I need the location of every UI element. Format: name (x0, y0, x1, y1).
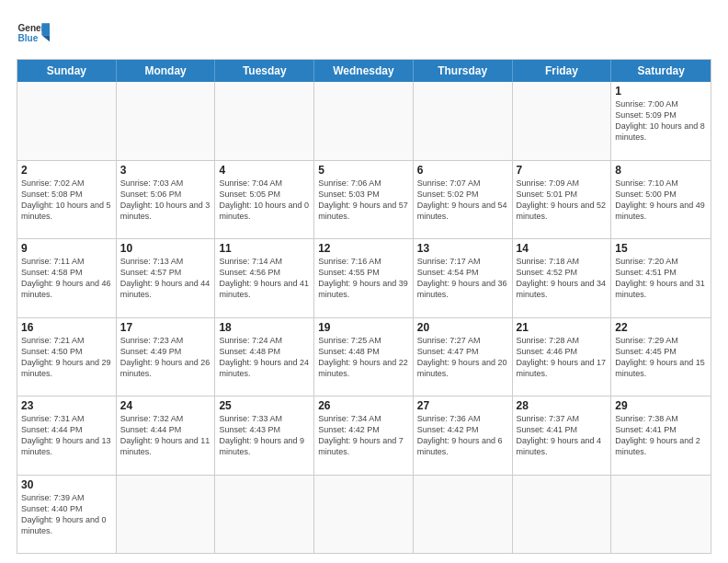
day-number: 13 (417, 242, 508, 255)
day-number: 12 (318, 242, 409, 255)
day-number: 30 (21, 478, 112, 491)
day-number: 3 (120, 164, 211, 177)
calendar-day-empty (117, 476, 216, 554)
calendar-day-empty (17, 82, 117, 160)
day-info: Sunrise: 7:23 AM Sunset: 4:49 PM Dayligh… (120, 335, 211, 380)
weekday-header-wednesday: Wednesday (314, 60, 414, 82)
day-number: 17 (120, 321, 211, 334)
day-info: Sunrise: 7:17 AM Sunset: 4:54 PM Dayligh… (417, 256, 508, 301)
header: General Blue (17, 17, 711, 50)
day-info: Sunrise: 7:16 AM Sunset: 4:55 PM Dayligh… (318, 256, 409, 301)
day-number: 11 (219, 242, 310, 255)
calendar-day-21: 21Sunrise: 7:28 AM Sunset: 4:46 PM Dayli… (513, 318, 612, 396)
day-info: Sunrise: 7:21 AM Sunset: 4:50 PM Dayligh… (21, 335, 112, 380)
day-number: 29 (615, 399, 707, 412)
calendar-day-empty (414, 476, 513, 554)
calendar-day-empty (215, 82, 314, 160)
day-info: Sunrise: 7:38 AM Sunset: 4:41 PM Dayligh… (615, 413, 707, 458)
weekday-header-sunday: Sunday (17, 60, 117, 82)
calendar-day-18: 18Sunrise: 7:24 AM Sunset: 4:48 PM Dayli… (215, 318, 314, 396)
day-info: Sunrise: 7:11 AM Sunset: 4:58 PM Dayligh… (21, 256, 112, 301)
day-number: 25 (219, 399, 310, 412)
calendar-day-23: 23Sunrise: 7:31 AM Sunset: 4:44 PM Dayli… (17, 396, 117, 475)
calendar-header: SundayMondayTuesdayWednesdayThursdayFrid… (17, 60, 711, 82)
day-info: Sunrise: 7:29 AM Sunset: 4:45 PM Dayligh… (615, 335, 707, 380)
calendar-row-2: 2Sunrise: 7:02 AM Sunset: 5:08 PM Daylig… (17, 161, 711, 240)
day-info: Sunrise: 7:00 AM Sunset: 5:09 PM Dayligh… (615, 98, 707, 144)
calendar-day-8: 8Sunrise: 7:10 AM Sunset: 5:00 PM Daylig… (611, 161, 711, 239)
calendar-day-empty (314, 476, 414, 554)
day-number: 6 (417, 164, 508, 177)
calendar-day-empty (414, 82, 513, 160)
calendar-day-empty (611, 476, 711, 554)
calendar-day-12: 12Sunrise: 7:16 AM Sunset: 4:55 PM Dayli… (314, 239, 414, 317)
day-number: 7 (517, 164, 608, 177)
calendar-day-3: 3Sunrise: 7:03 AM Sunset: 5:06 PM Daylig… (117, 161, 216, 239)
calendar-day-10: 10Sunrise: 7:13 AM Sunset: 4:57 PM Dayli… (117, 239, 216, 317)
calendar-row-1: 1Sunrise: 7:00 AM Sunset: 5:09 PM Daylig… (17, 82, 711, 161)
day-info: Sunrise: 7:13 AM Sunset: 4:57 PM Dayligh… (120, 256, 211, 301)
calendar-day-empty (215, 476, 314, 554)
calendar-row-6: 30Sunrise: 7:39 AM Sunset: 4:40 PM Dayli… (17, 476, 711, 554)
day-number: 23 (21, 399, 112, 412)
day-info: Sunrise: 7:20 AM Sunset: 4:51 PM Dayligh… (615, 256, 707, 301)
day-info: Sunrise: 7:02 AM Sunset: 5:08 PM Dayligh… (21, 178, 112, 223)
calendar-day-7: 7Sunrise: 7:09 AM Sunset: 5:01 PM Daylig… (513, 161, 612, 239)
day-number: 20 (417, 321, 508, 334)
day-info: Sunrise: 7:28 AM Sunset: 4:46 PM Dayligh… (517, 335, 608, 380)
calendar-day-15: 15Sunrise: 7:20 AM Sunset: 4:51 PM Dayli… (611, 239, 711, 317)
day-info: Sunrise: 7:32 AM Sunset: 4:44 PM Dayligh… (120, 413, 211, 458)
calendar-day-25: 25Sunrise: 7:33 AM Sunset: 4:43 PM Dayli… (215, 396, 314, 475)
day-info: Sunrise: 7:03 AM Sunset: 5:06 PM Dayligh… (120, 178, 211, 223)
day-number: 18 (219, 321, 310, 334)
day-number: 5 (318, 164, 409, 177)
day-number: 14 (517, 242, 608, 255)
calendar-day-28: 28Sunrise: 7:37 AM Sunset: 4:41 PM Dayli… (513, 396, 612, 475)
day-info: Sunrise: 7:27 AM Sunset: 4:47 PM Dayligh… (417, 335, 508, 380)
day-info: Sunrise: 7:39 AM Sunset: 4:40 PM Dayligh… (21, 492, 112, 537)
day-info: Sunrise: 7:14 AM Sunset: 4:56 PM Dayligh… (219, 256, 310, 301)
calendar-row-4: 16Sunrise: 7:21 AM Sunset: 4:50 PM Dayli… (17, 318, 711, 397)
day-info: Sunrise: 7:04 AM Sunset: 5:05 PM Dayligh… (219, 178, 310, 223)
day-info: Sunrise: 7:18 AM Sunset: 4:52 PM Dayligh… (517, 256, 608, 301)
calendar-day-13: 13Sunrise: 7:17 AM Sunset: 4:54 PM Dayli… (414, 239, 513, 317)
weekday-header-saturday: Saturday (611, 60, 711, 82)
day-number: 27 (417, 399, 508, 412)
day-number: 1 (615, 85, 707, 98)
calendar-day-16: 16Sunrise: 7:21 AM Sunset: 4:50 PM Dayli… (17, 318, 117, 396)
day-info: Sunrise: 7:33 AM Sunset: 4:43 PM Dayligh… (219, 413, 310, 458)
day-info: Sunrise: 7:24 AM Sunset: 4:48 PM Dayligh… (219, 335, 310, 380)
calendar-day-24: 24Sunrise: 7:32 AM Sunset: 4:44 PM Dayli… (117, 396, 216, 475)
day-number: 21 (517, 321, 608, 334)
day-info: Sunrise: 7:37 AM Sunset: 4:41 PM Dayligh… (517, 413, 608, 458)
calendar-day-30: 30Sunrise: 7:39 AM Sunset: 4:40 PM Dayli… (17, 476, 117, 554)
day-info: Sunrise: 7:07 AM Sunset: 5:02 PM Dayligh… (417, 178, 508, 223)
day-info: Sunrise: 7:09 AM Sunset: 5:01 PM Dayligh… (517, 178, 608, 223)
calendar-day-5: 5Sunrise: 7:06 AM Sunset: 5:03 PM Daylig… (314, 161, 414, 239)
calendar-day-27: 27Sunrise: 7:36 AM Sunset: 4:42 PM Dayli… (414, 396, 513, 475)
page: General Blue SundayMondayTuesdayWednesda… (0, 0, 728, 563)
day-number: 8 (615, 164, 707, 177)
calendar-day-empty (117, 82, 216, 160)
day-info: Sunrise: 7:25 AM Sunset: 4:48 PM Dayligh… (318, 335, 409, 380)
day-number: 16 (21, 321, 112, 334)
svg-text:Blue: Blue (17, 33, 38, 43)
day-number: 4 (219, 164, 310, 177)
calendar-day-1: 1Sunrise: 7:00 AM Sunset: 5:09 PM Daylig… (611, 82, 711, 160)
calendar-row-3: 9Sunrise: 7:11 AM Sunset: 4:58 PM Daylig… (17, 239, 711, 318)
weekday-header-monday: Monday (117, 60, 216, 82)
svg-marker-2 (41, 23, 50, 35)
day-number: 24 (120, 399, 211, 412)
day-number: 10 (120, 242, 211, 255)
calendar-day-11: 11Sunrise: 7:14 AM Sunset: 4:56 PM Dayli… (215, 239, 314, 317)
logo: General Blue (17, 17, 50, 50)
day-number: 28 (517, 399, 608, 412)
calendar-day-6: 6Sunrise: 7:07 AM Sunset: 5:02 PM Daylig… (414, 161, 513, 239)
calendar-day-19: 19Sunrise: 7:25 AM Sunset: 4:48 PM Dayli… (314, 318, 414, 396)
svg-marker-3 (41, 35, 50, 41)
calendar-day-2: 2Sunrise: 7:02 AM Sunset: 5:08 PM Daylig… (17, 161, 117, 239)
calendar-body: 1Sunrise: 7:00 AM Sunset: 5:09 PM Daylig… (17, 82, 711, 553)
calendar-day-20: 20Sunrise: 7:27 AM Sunset: 4:47 PM Dayli… (414, 318, 513, 396)
day-number: 26 (318, 399, 409, 412)
weekday-header-thursday: Thursday (414, 60, 513, 82)
